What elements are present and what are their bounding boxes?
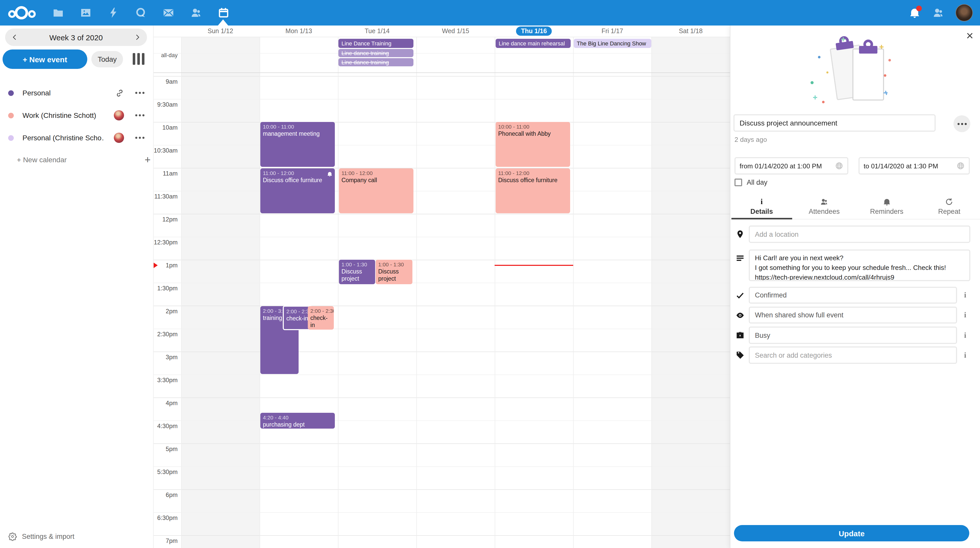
status-check-icon [735, 291, 745, 300]
day-header-mon[interactable]: Mon 1/13 [259, 27, 338, 35]
header-divider [153, 37, 730, 37]
day-header-thu-active[interactable]: Thu 1/16 [495, 27, 573, 35]
settings-import-button[interactable]: Settings & import [8, 532, 75, 541]
next-week-button[interactable] [127, 29, 147, 46]
new-calendar-button[interactable]: + New calendar + [17, 152, 145, 167]
event-more-actions-button[interactable] [953, 115, 970, 132]
calendar-name: Personal [22, 89, 51, 97]
event-discuss-office-furniture-mon[interactable]: 11:00 - 12:00Discuss office furniture [260, 168, 335, 213]
freebusy-select[interactable]: Busy [749, 327, 957, 344]
allday-event[interactable]: Line Dance Training [339, 39, 414, 48]
time-label: 12pm [153, 216, 178, 223]
allday-event-cancelled[interactable]: Line dance training [339, 58, 414, 66]
event-title-input[interactable] [733, 114, 935, 132]
calendar-name: Work (Christine Schott) [22, 111, 96, 119]
allday-event[interactable]: The Big Line Dancing Show [574, 39, 651, 48]
activity-app-icon[interactable] [107, 6, 120, 19]
talk-app-icon[interactable] [134, 6, 148, 19]
event-discuss-project-announcement[interactable]: 1:00 - 1:30Discuss project announcement [339, 260, 375, 284]
nextcloud-logo[interactable] [8, 6, 37, 20]
visibility-select[interactable]: When shared show full event [749, 307, 957, 324]
contacts-app-icon[interactable] [189, 6, 203, 19]
event-discuss-office-furniture-thu[interactable]: 11:00 - 12:00Discuss office furniture [496, 168, 570, 213]
update-button[interactable]: Update [734, 525, 969, 542]
calendar-week-grid: Sun 1/12 Mon 1/13 Tue 1/14 Wed 1/15 Thu … [153, 25, 730, 548]
visibility-eye-icon [735, 311, 745, 320]
time-label: 9am [153, 78, 178, 85]
timezone-globe-icon[interactable] [956, 162, 965, 170]
files-app-icon[interactable] [52, 6, 65, 19]
calendar-menu-icon[interactable] [135, 137, 145, 139]
description-textarea[interactable]: Hi Carl! are you in next week? I got som… [749, 249, 970, 281]
categories-tag-icon [735, 351, 745, 360]
allday-event-cancelled[interactable]: Line dance training [339, 49, 414, 57]
tab-details[interactable]: i Details [730, 194, 793, 219]
day-header-tue[interactable]: Tue 1/14 [338, 27, 416, 35]
time-label: 11am [153, 170, 178, 177]
calendar-menu-icon[interactable] [135, 92, 145, 94]
event-discuss-project[interactable]: 1:00 - 1:30Discuss project [375, 260, 412, 284]
event-check-in-pink[interactable]: 2:00 - 2:30check-in [308, 306, 334, 330]
categories-input[interactable]: Search or add categories [749, 346, 957, 364]
time-label: 3pm [153, 354, 178, 361]
freebusy-briefcase-icon [735, 330, 745, 340]
time-label: 5pm [153, 445, 178, 453]
photos-app-icon[interactable] [79, 6, 92, 19]
event-phonecall-with-abby[interactable]: 10:00 - 11:00Phonecall with Abby [496, 122, 570, 167]
status-select[interactable]: Confirmed [749, 287, 957, 303]
tab-reminders[interactable]: Reminders [856, 194, 918, 219]
event-purchasing-dept[interactable]: 4:20 - 4:40purchasing dept [260, 413, 335, 429]
calendar-list-item-personal-christine[interactable]: Personal (Christine Scho… [0, 127, 153, 148]
time-label: 5:30pm [153, 469, 178, 475]
view-toggle-icon[interactable] [133, 53, 145, 65]
status-info-icon[interactable]: i [962, 291, 969, 300]
event-management-meeting[interactable]: 10:00 - 11:00management meeting [260, 122, 335, 167]
tab-attendees[interactable]: Attendees [793, 194, 856, 219]
calendar-name: Personal (Christine Scho… [22, 134, 104, 142]
day-header-sat[interactable]: Sat 1/18 [652, 27, 730, 35]
end-date-field[interactable]: to 01/14/2020 at 1:30 PM [859, 157, 970, 175]
all-day-checkbox[interactable] [735, 179, 742, 186]
allday-event[interactable]: Line dance main rehearsal [496, 39, 571, 48]
reminders-bell-icon [883, 197, 891, 206]
calendar-app-icon[interactable] [217, 6, 230, 19]
time-label: 3:30pm [153, 376, 178, 384]
location-input[interactable]: Add a location [749, 226, 970, 243]
start-date-field[interactable]: from 01/14/2020 at 1:00 PM [735, 157, 848, 175]
reminder-bell-icon [327, 170, 333, 176]
calendar-color-dot [8, 113, 14, 118]
today-button[interactable]: Today [91, 51, 123, 67]
close-icon[interactable]: × [966, 30, 974, 42]
new-event-button[interactable]: + New event [3, 49, 87, 69]
mail-app-icon[interactable] [162, 6, 175, 19]
event-illustration [808, 36, 905, 109]
all-day-label: All day [747, 179, 767, 186]
previous-week-button[interactable] [5, 29, 24, 46]
calendar-color-dot [8, 135, 14, 141]
visibility-info-icon[interactable]: i [962, 311, 969, 319]
top-navbar [0, 0, 980, 25]
allday-row-label: all-day [153, 52, 178, 58]
categories-info-icon[interactable]: i [962, 351, 969, 360]
contacts-menu-icon[interactable] [932, 6, 944, 19]
share-link-icon[interactable] [115, 89, 124, 97]
time-label: 6:30pm [153, 514, 178, 521]
week-label[interactable]: Week 3 of 2020 [24, 33, 127, 41]
new-calendar-label: + New calendar [17, 156, 67, 164]
day-header-fri[interactable]: Fri 1/17 [573, 27, 652, 35]
allday-divider [153, 73, 730, 73]
calendar-list-item-personal[interactable]: Personal [0, 83, 153, 103]
calendar-list-item-work-christine[interactable]: Work (Christine Schott) [0, 105, 153, 125]
notifications-bell-icon[interactable] [908, 6, 921, 19]
freebusy-info-icon[interactable]: i [962, 331, 969, 340]
tab-repeat[interactable]: Repeat [918, 194, 980, 219]
user-avatar[interactable] [956, 4, 973, 21]
day-header-wed[interactable]: Wed 1/15 [416, 27, 495, 35]
calendar-menu-icon[interactable] [135, 114, 145, 116]
event-company-call[interactable]: 11:00 - 12:00Company call [339, 168, 414, 213]
active-app-caret [218, 19, 228, 25]
weekend-shading-saturday [652, 37, 730, 548]
day-header-sun[interactable]: Sun 1/12 [181, 27, 259, 35]
settings-import-label: Settings & import [22, 533, 75, 540]
timezone-globe-icon[interactable] [835, 162, 843, 170]
